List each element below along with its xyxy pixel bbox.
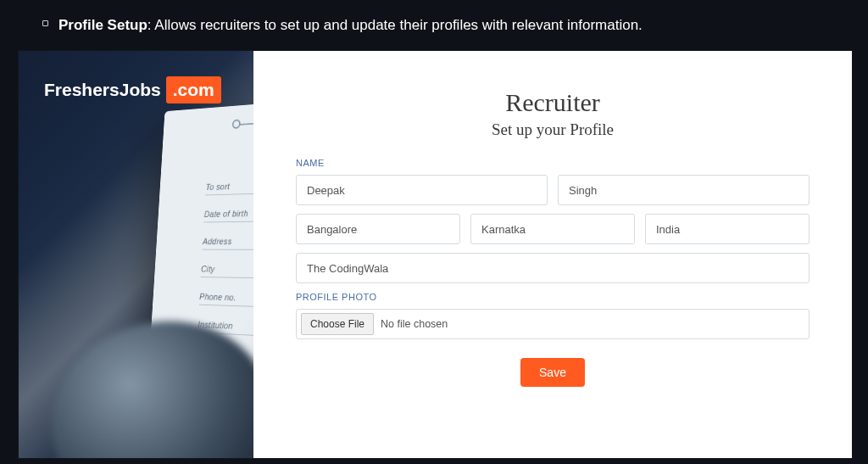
description-title: Profile Setup: [58, 17, 147, 33]
last-name-input[interactable]: [558, 175, 810, 205]
photo-section-label: PROFILE PHOTO: [296, 292, 810, 302]
mock-label: To sort: [205, 172, 253, 191]
app-screenshot: To sort Date of birth Address City Phone…: [19, 51, 852, 458]
name-section-label: NAME: [296, 158, 810, 168]
state-input[interactable]: [470, 214, 635, 244]
feature-description: Profile Setup: Allows recruiters to set …: [0, 0, 868, 36]
first-name-input[interactable]: [296, 175, 548, 205]
brand-tld: .com: [166, 76, 221, 103]
choose-file-button[interactable]: Choose File: [301, 313, 374, 335]
bullet-icon: [42, 20, 48, 26]
mock-label: Address: [203, 235, 253, 246]
form-heading: Recruiter: [296, 88, 810, 117]
company-input[interactable]: [296, 253, 810, 283]
mock-label: Phone no.: [199, 292, 253, 310]
mock-label: Date of birth: [204, 204, 253, 219]
city-input[interactable]: [296, 214, 460, 244]
description-body: : Allows recruiters to set up and update…: [147, 17, 643, 33]
brand-name: FreshersJobs: [44, 80, 161, 100]
description-text: Profile Setup: Allows recruiters to set …: [58, 15, 643, 36]
stepper-track: [236, 103, 253, 126]
step-dot-icon: [232, 119, 241, 129]
country-input[interactable]: [645, 214, 810, 244]
file-status-text: No file chosen: [381, 318, 448, 330]
profile-form-pane: Recruiter Set up your Profile NAME PROFI…: [253, 51, 852, 458]
save-button[interactable]: Save: [520, 358, 585, 387]
mock-label: City: [201, 264, 253, 277]
form-subheading: Set up your Profile: [296, 120, 810, 139]
brand-logo: FreshersJobs .com: [44, 76, 221, 103]
left-illustration-pane: To sort Date of birth Address City Phone…: [19, 51, 253, 458]
profile-photo-file-input[interactable]: Choose File No file chosen: [296, 309, 810, 339]
